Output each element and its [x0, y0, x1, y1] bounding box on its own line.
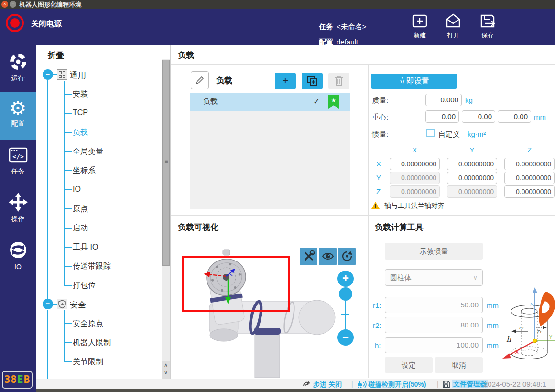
- shape-select[interactable]: 圆柱体 ∨: [385, 269, 483, 286]
- inertia-xz-input[interactable]: 0.00000000: [504, 158, 555, 170]
- tree-item-conveyor[interactable]: 传送带跟踪: [73, 261, 111, 272]
- tree-item-tool-io[interactable]: 工具 IO: [73, 242, 98, 252]
- rotate-view-button[interactable]: [338, 248, 356, 265]
- rename-payload-button[interactable]: [191, 71, 209, 89]
- open-task-button[interactable]: 打开: [439, 12, 468, 40]
- robot-programming-environment: × − 机器人图形化编程环境 关闭电源 任务 <未命名> 配置 default …: [0, 0, 555, 392]
- custom-inertia-checkbox[interactable]: [426, 129, 435, 137]
- mass-input[interactable]: 0.000: [425, 94, 462, 106]
- set-now-button[interactable]: 立即设置: [371, 74, 457, 89]
- tree-item-io[interactable]: IO: [73, 185, 81, 194]
- diagram-x-label: X: [515, 348, 519, 356]
- collision-status[interactable]: 碰撞检测开启(50%): [368, 381, 426, 389]
- trash-icon: [334, 76, 344, 86]
- collapse-safety-button[interactable]: −: [43, 299, 53, 309]
- payload-item-name: 负载: [203, 97, 218, 106]
- r2-input[interactable]: 80.00: [385, 317, 483, 333]
- tree-stub: [64, 266, 72, 267]
- cog-unit: mm: [534, 113, 546, 121]
- teach-inertia-button[interactable]: 示教惯量: [385, 243, 483, 260]
- tree-line-main-lower: [47, 310, 48, 379]
- config-value: default: [337, 38, 358, 46]
- inertia-xx-input[interactable]: 0.00000000: [390, 158, 440, 170]
- mass-label: 质量:: [372, 96, 388, 105]
- h-input[interactable]: 100.00: [385, 337, 483, 353]
- tree-item-tcp[interactable]: TCP: [73, 109, 88, 117]
- tree-item-startup[interactable]: 启动: [73, 223, 88, 233]
- cancel-button[interactable]: 取消: [435, 357, 483, 373]
- tree-item-packing[interactable]: 打包位: [73, 281, 96, 291]
- inertia-label: 惯量:: [372, 130, 388, 139]
- inertia-zz-input[interactable]: 0.00000000: [504, 185, 555, 198]
- tree-group-general[interactable]: 通用: [70, 70, 86, 81]
- cog-y-input[interactable]: 0.00: [462, 110, 495, 123]
- power-off-label[interactable]: 关闭电源: [31, 19, 62, 29]
- nav-operate[interactable]: 操作: [0, 187, 36, 235]
- tree-item-coord-system[interactable]: 坐标系: [73, 166, 96, 176]
- save-task-button[interactable]: 保存: [473, 12, 502, 40]
- inertia-yy-input[interactable]: 0.00000000: [447, 172, 497, 184]
- cog-z-input[interactable]: 0.00: [498, 110, 531, 123]
- file-manager-button[interactable]: 文件管理器: [452, 380, 488, 389]
- payload-list: 负载 ✓ ★: [190, 93, 350, 209]
- window-close-button[interactable]: ×: [1, 1, 8, 8]
- tree-scrollbar-thumb[interactable]: ≡: [162, 60, 170, 266]
- tree-group-safety[interactable]: 安全: [70, 299, 86, 310]
- nav-config[interactable]: ⚙ 配置: [0, 92, 36, 140]
- visibility-button[interactable]: [319, 248, 337, 265]
- save-icon: [479, 12, 496, 30]
- tree-stub: [64, 94, 72, 95]
- status-code-badge: 38EB: [2, 371, 33, 389]
- tree-item-origin[interactable]: 原点: [73, 204, 88, 214]
- r2-unit: mm: [487, 321, 499, 329]
- set-button[interactable]: 设定: [385, 357, 433, 373]
- window-minimize-button[interactable]: −: [10, 1, 16, 8]
- divider: [368, 64, 369, 378]
- star-bookmark-icon: ★: [328, 95, 339, 109]
- tree-item-global-vars[interactable]: 全局变量: [73, 147, 103, 157]
- zoom-out-button[interactable]: −: [337, 329, 354, 346]
- collapse-button[interactable]: 折叠: [48, 50, 64, 61]
- tools-button[interactable]: [300, 248, 317, 265]
- payload-section-title: 负载: [178, 50, 194, 61]
- tree-item-payload[interactable]: 负载: [73, 128, 88, 138]
- wrench-icon: [303, 250, 315, 262]
- tree-scrollbar[interactable]: ≡: [162, 59, 170, 379]
- mass-unit: kg: [465, 96, 473, 104]
- r1-input[interactable]: 50.00: [385, 297, 483, 313]
- collapse-general-button[interactable]: −: [43, 69, 53, 80]
- step-status[interactable]: 步进 关闭: [313, 381, 342, 389]
- nav-run[interactable]: 运行: [0, 45, 36, 92]
- nav-operate-label: 操作: [0, 215, 36, 224]
- tree-item-robot-limit[interactable]: 机器人限制: [73, 338, 111, 348]
- matrix-row-y: Y: [376, 172, 386, 184]
- open-label: 打开: [439, 31, 468, 40]
- zoom-in-button[interactable]: +: [337, 271, 354, 287]
- selection-rectangle: [182, 256, 290, 312]
- inertia-xy-input[interactable]: 0.00000000: [447, 158, 497, 170]
- power-icon-core: [10, 18, 20, 28]
- new-task-button[interactable]: 新建: [405, 12, 434, 40]
- tree-line-safety: [64, 310, 65, 362]
- h-label: h:: [375, 341, 381, 349]
- cog-x-input[interactable]: 0.00: [425, 110, 459, 123]
- inertia-yz-input[interactable]: 0.00000000: [504, 172, 555, 184]
- add-payload-button[interactable]: +: [275, 73, 296, 89]
- zoom-slider-knob[interactable]: [339, 287, 352, 301]
- copy-payload-button[interactable]: [302, 73, 323, 89]
- zoom-slider-track[interactable]: [345, 301, 346, 330]
- nav-task[interactable]: </> 任务: [0, 140, 36, 187]
- payload-list-item[interactable]: 负载 ✓ ★: [190, 93, 350, 111]
- tree-item-joint-limit[interactable]: 关节限制: [73, 357, 103, 367]
- tree-item-safety-origin[interactable]: 安全原点: [73, 319, 103, 329]
- tree-item-install[interactable]: 安装: [73, 89, 88, 99]
- task-value: <未命名>: [337, 22, 367, 32]
- tree-scroll-arrows[interactable]: ∧∨: [162, 361, 170, 379]
- pencil-icon: [195, 76, 205, 85]
- open-icon: [445, 12, 462, 30]
- matrix-row-z: Z: [376, 185, 386, 198]
- visualization-title: 负载可视化: [178, 222, 218, 233]
- diagram-h-label: h: [506, 335, 511, 344]
- delete-payload-button[interactable]: [328, 73, 349, 89]
- nav-io[interactable]: IO: [0, 235, 36, 283]
